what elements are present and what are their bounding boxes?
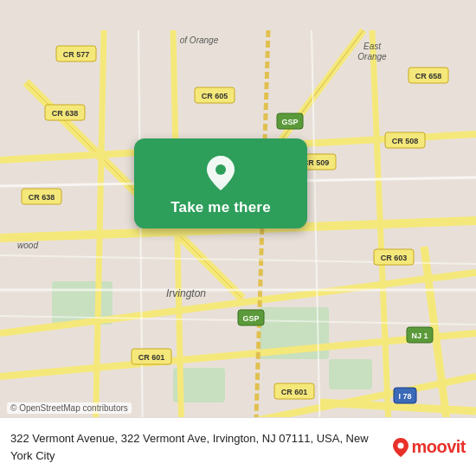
address-block: 322 Vermont Avenue, 322 Vermont Ave, Irv… [10,430,383,463]
svg-text:Orange: Orange [357,52,387,61]
address-text: 322 Vermont Avenue, 322 Vermont Ave, Irv… [10,432,369,461]
svg-text:CR 601: CR 601 [281,388,308,396]
svg-text:wood: wood [17,241,38,250]
svg-text:CR 605: CR 605 [202,92,228,100]
moovit-logo: moovit [392,437,466,458]
svg-rect-3 [329,359,372,389]
svg-text:East: East [363,42,382,51]
svg-text:of Orange: of Orange [180,35,219,45]
bottom-bar: 322 Vermont Avenue, 322 Vermont Ave, Irv… [0,417,476,476]
take-me-there-button[interactable]: Take me there [134,138,307,228]
svg-text:I 78: I 78 [398,392,411,401]
map-container: CR 577 CR 638 CR 638 CR 605 CR 509 CR 50… [0,0,476,476]
location-pin-icon [205,154,236,192]
svg-text:CR 638: CR 638 [29,193,55,202]
svg-text:CR 638: CR 638 [52,109,79,118]
svg-text:CR 508: CR 508 [392,137,419,145]
svg-text:CR 603: CR 603 [381,254,408,262]
svg-text:GSP: GSP [242,314,259,323]
svg-text:GSP: GSP [281,118,298,126]
svg-text:CR 601: CR 601 [138,353,165,362]
moovit-logo-text: moovit [411,437,466,457]
svg-point-60 [215,164,226,175]
moovit-pin-icon [392,437,409,458]
map-attribution: © OpenStreetMap contributors [7,402,132,414]
attribution-text: © OpenStreetMap contributors [10,403,128,413]
svg-text:CR 577: CR 577 [63,50,90,59]
svg-text:Irvington: Irvington [166,287,206,299]
svg-text:CR 658: CR 658 [415,72,442,80]
svg-point-61 [398,442,404,448]
button-label: Take me there [170,199,271,216]
svg-text:NJ 1: NJ 1 [411,331,428,340]
